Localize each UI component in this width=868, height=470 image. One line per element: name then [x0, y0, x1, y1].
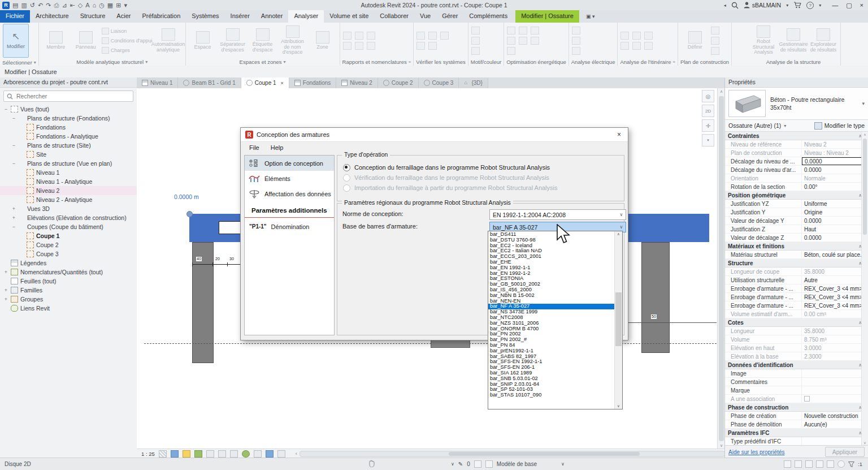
- panel-tool-icon[interactable]: [572, 27, 580, 35]
- tree-expander-icon[interactable]: +: [3, 287, 8, 293]
- dropdown-option-bar-sfs-en-206-1[interactable]: bar_SFS-EN 206-1: [488, 365, 614, 370]
- dropdown-option-bar-pren1992-1-1[interactable]: bar_prEN1992-1-1: [488, 348, 614, 354]
- section-icon[interactable]: ◷: [99, 2, 105, 9]
- panel-tool-icon[interactable]: [711, 27, 719, 35]
- panel-tool-icon[interactable]: [572, 47, 580, 55]
- panel-tool-icon[interactable]: [471, 37, 480, 45]
- panel-label-analyse-de-la-structure[interactable]: Analyse de la structure: [747, 58, 840, 66]
- dropdown-option-bar-sia-162-1989[interactable]: bar_SIA 162 1989: [488, 370, 614, 376]
- tree-item-vues-tout[interactable]: −Vues (tout): [0, 105, 137, 114]
- property-section-phase-de-construction[interactable]: Phase de construction∧∧: [725, 403, 868, 412]
- view-tab-coupe-3[interactable]: Coupe 3: [419, 77, 459, 88]
- view-tab-fondations[interactable]: Fondations: [289, 77, 336, 88]
- app-store-cart-icon[interactable]: [793, 2, 801, 8]
- panel-label-plan-de-construction[interactable]: Plan de construction: [678, 58, 731, 66]
- panel-label-analyse-de-l-itineraire[interactable]: Analyse de l'itinéraire»: [618, 58, 677, 66]
- dropdown-option-bar-en-1992-1-1[interactable]: bar_EN 1992-1-1: [488, 265, 614, 271]
- dialog-close-icon[interactable]: ×: [615, 131, 623, 139]
- apply-button[interactable]: Appliquer: [825, 447, 865, 457]
- panel-tool-icon[interactable]: [507, 37, 515, 45]
- panel-tool-icon[interactable]: [531, 37, 539, 45]
- dropdown-scroll-thumb[interactable]: [615, 292, 622, 346]
- dropdown-option-bar-sp-52-101-03[interactable]: bar_SP 52-101-03: [488, 387, 614, 393]
- view-tab-niveau-2[interactable]: Niveau 2: [336, 77, 377, 88]
- property-section-structure[interactable]: Structure∧∧: [725, 259, 868, 268]
- panel-label-analyse-electrique[interactable]: Analyse électrique: [569, 58, 618, 66]
- ribbon-tab-modifier-ossature[interactable]: Modifier | Ossature: [515, 10, 579, 23]
- menu-file[interactable]: File: [244, 143, 264, 152]
- combo-caret-icon[interactable]: ∨: [617, 212, 626, 217]
- view-tab-coupe-2[interactable]: Coupe 2: [378, 77, 419, 88]
- dropdown-option-bar-stas-10107-090[interactable]: bar_STAS 10107_090: [488, 393, 614, 398]
- user-interface-icon[interactable]: ▦: [107, 2, 113, 9]
- radio-design-reinforcement[interactable]: Conception du ferraillage dans le progra…: [343, 162, 624, 173]
- tree-item-coupe-1[interactable]: Coupe 1: [0, 231, 137, 240]
- nav-item-denomination[interactable]: "P1-1" Dénomination: [245, 218, 334, 230]
- ribbon-button-zone[interactable]: Zone: [309, 30, 337, 51]
- property-section-contraintes[interactable]: Contraintes∧∧: [725, 132, 868, 140]
- panel-tool-icon[interactable]: [428, 42, 437, 50]
- tree-expander-icon[interactable]: −: [11, 115, 16, 121]
- tree-item-coupe-3[interactable]: Coupe 3: [0, 249, 137, 258]
- tree-item-legendes[interactable]: Légendes: [0, 258, 137, 268]
- panel-label-modele-analytique-structurel[interactable]: Modèle analytique structurel▾: [39, 58, 185, 66]
- panel-tool-icon[interactable]: [507, 27, 515, 35]
- nav-item-data-mapping[interactable]: Affectation des données: [245, 186, 334, 201]
- ribbon-tab-structure[interactable]: Structure: [75, 10, 111, 23]
- panel-tool-icon[interactable]: [531, 27, 539, 35]
- properties-scrollbar[interactable]: ∧ ∨: [861, 132, 868, 445]
- panel-tool-icon[interactable]: [711, 47, 719, 55]
- panel-tool-icon[interactable]: [644, 42, 653, 50]
- design-option-value[interactable]: Modèle de base: [497, 461, 537, 467]
- left-column-section[interactable]: [192, 242, 214, 363]
- close-button[interactable]: ×: [860, 2, 863, 9]
- right-column-section[interactable]: [641, 242, 670, 353]
- dropdown-scrollbar[interactable]: ∧ ∨: [614, 231, 622, 409]
- restore-button[interactable]: ▢: [846, 2, 852, 9]
- dropdown-option-bar-ns-3473e-1999[interactable]: bar_NS 3473E 1999: [488, 309, 614, 315]
- ribbon-button-explorateur-de-resultats[interactable]: Explorateur de résultats: [809, 27, 837, 54]
- help-icon[interactable]: ?: [806, 2, 814, 9]
- worksharing-display-icon[interactable]: [254, 450, 262, 458]
- sun-path-icon[interactable]: [183, 450, 190, 458]
- properties-scroll-thumb[interactable]: [863, 139, 867, 235]
- ribbon-button-modifier[interactable]: ↖Modifier: [3, 24, 29, 58]
- ribbon-button-automatisation-analytique[interactable]: Automatisation analytique: [154, 27, 183, 54]
- tree-expander-icon[interactable]: −: [11, 224, 16, 230]
- dropdown-option-bar-ntc2008[interactable]: bar_NTC2008: [488, 315, 614, 321]
- ribbon-button-charges[interactable]: Charges: [102, 46, 153, 54]
- panel-tool-icon[interactable]: [355, 42, 363, 50]
- property-section-donnees-d-identification[interactable]: Données d'identification∧∧: [725, 361, 868, 369]
- ribbon-button-definir[interactable]: Définir: [681, 30, 709, 51]
- ribbon-button-conditions-d-appui[interactable]: Conditions d'appui: [102, 36, 153, 45]
- worksets-icon[interactable]: [474, 460, 481, 468]
- panel-tool-icon[interactable]: [416, 32, 425, 40]
- dropdown-option-bar-dstu-3760-98[interactable]: bar_DSTU 3760-98: [488, 238, 614, 243]
- tree-expander-icon[interactable]: +: [3, 296, 8, 302]
- ribbon-tab-vue[interactable]: Vue: [414, 10, 436, 23]
- tree-item-niveau-1-analytique[interactable]: Niveau 1 - Analytique: [0, 177, 137, 186]
- tree-item-fondations[interactable]: Fondations: [0, 123, 137, 132]
- dropdown-option-bar-pn-84[interactable]: bar_PN 84: [488, 343, 614, 348]
- ribbon-tab-complements[interactable]: Compléments: [463, 10, 513, 23]
- tree-item-groupes[interactable]: +Groupes: [0, 295, 137, 304]
- dropdown-option-bar-sabs-82-1997[interactable]: bar_SABS 82_1997: [488, 354, 614, 360]
- tree-expander-icon[interactable]: −: [11, 161, 16, 166]
- horizontal-scrollbar[interactable]: ‹: [293, 449, 725, 458]
- tree-item-niveau-1[interactable]: Niveau 1: [0, 168, 137, 177]
- tree-item-plans-de-structure-fondations[interactable]: −Plans de structure (Fondations): [0, 114, 137, 123]
- tree-item-fondations-analytique[interactable]: Fondations - Analytique: [0, 132, 137, 141]
- dropdown-option-bar-eccs-203-2001[interactable]: bar_ECCS_203_2001: [488, 254, 614, 260]
- panel-tool-icon[interactable]: [367, 42, 375, 50]
- temporary-hide-isolate-icon[interactable]: [230, 450, 238, 458]
- dialog-title-bar[interactable]: R Conception des armatures ×: [241, 128, 628, 142]
- panel-tool-icon[interactable]: [620, 32, 629, 40]
- worksets-caret-icon[interactable]: ∨: [451, 462, 454, 467]
- type-selector[interactable]: Béton - Poutre rectangulaire 35x70ht ▾: [725, 88, 868, 120]
- collapse-icon[interactable]: ◂: [724, 3, 726, 8]
- dropdown-option-bar-ds411[interactable]: bar_DS411: [488, 232, 614, 238]
- minimize-button[interactable]: —: [832, 2, 838, 9]
- sync-icon[interactable]: ↺: [30, 2, 35, 9]
- ribbon-display-toggle[interactable]: ▣ ▾: [579, 10, 595, 23]
- beam-end-handle[interactable]: [186, 211, 193, 217]
